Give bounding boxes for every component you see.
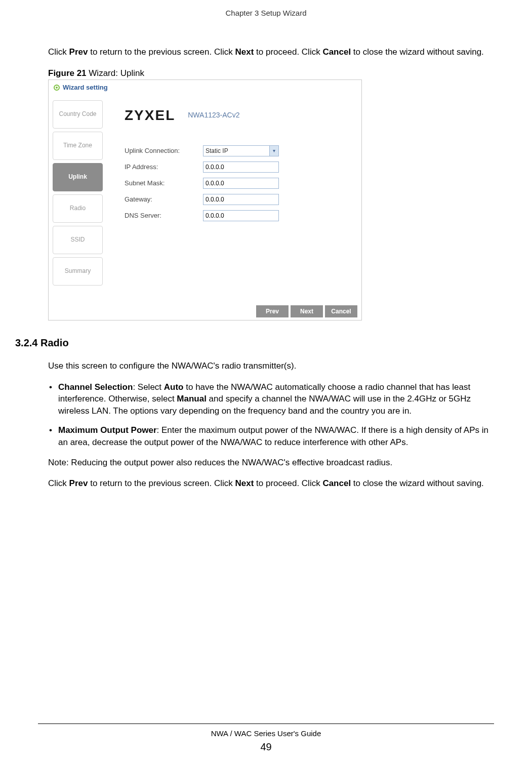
uplink-connection-label: Uplink Connection:	[125, 146, 203, 155]
section-heading-radio: 3.2.4 Radio	[15, 336, 494, 350]
bullet-bold: Maximum Output Power	[58, 425, 157, 435]
outro-paragraph: Click Prev to return to the previous scr…	[48, 477, 494, 490]
subnet-mask-label: Subnet Mask:	[125, 179, 203, 188]
dns-server-row: DNS Server:	[125, 210, 351, 221]
gateway-row: Gateway:	[125, 194, 351, 205]
dns-server-label: DNS Server:	[125, 211, 203, 220]
step-radio[interactable]: Radio	[53, 194, 103, 223]
subnet-mask-input[interactable]	[203, 178, 279, 189]
text: to proceed. Click	[254, 478, 322, 488]
bullet-list: Channel Selection: Select Auto to have t…	[48, 381, 494, 449]
ip-address-label: IP Address:	[125, 163, 203, 172]
wizard-screenshot: Wizard setting Country Code Time Zone Up…	[48, 79, 362, 320]
dns-server-input[interactable]	[203, 210, 279, 221]
intro-paragraph: Click Prev to return to the previous scr…	[48, 46, 494, 58]
text: Click	[48, 478, 69, 488]
text: to close the wizard without saving.	[351, 478, 484, 488]
bullet-max-output-power: Maximum Output Power: Enter the maximum …	[58, 424, 494, 449]
footer-guide-title: NWA / WAC Series User's Guide	[38, 723, 494, 739]
uplink-connection-row: Uplink Connection: Static IP ▾	[125, 145, 351, 156]
bullet-bold: Channel Selection	[58, 382, 133, 392]
step-time-zone[interactable]: Time Zone	[53, 132, 103, 160]
bullet-channel-selection: Channel Selection: Select Auto to have t…	[58, 381, 494, 417]
uplink-connection-select[interactable]: Static IP ▾	[203, 145, 279, 156]
prev-bold: Prev	[69, 47, 88, 57]
wizard-header: Wizard setting	[49, 80, 361, 95]
auto-bold: Auto	[164, 382, 184, 392]
page-header: Chapter 3 Setup Wizard	[0, 0, 532, 18]
figure-caption: Figure 21 Wizard: Uplink	[48, 67, 494, 79]
wizard-main: ZYXEL NWA1123-ACv2 Uplink Connection: St…	[107, 95, 361, 303]
wizard-bullet-icon	[54, 85, 60, 91]
text: to close the wizard without saving.	[351, 47, 484, 57]
gateway-label: Gateway:	[125, 195, 203, 204]
cancel-bold: Cancel	[322, 47, 351, 57]
wizard-footer: Prev Next Cancel	[49, 303, 361, 320]
subnet-mask-row: Subnet Mask:	[125, 178, 351, 189]
ip-address-input[interactable]	[203, 162, 279, 173]
next-bold: Next	[235, 478, 254, 488]
select-value: Static IP	[203, 147, 269, 155]
text: to return to the previous screen. Click	[88, 478, 235, 488]
model-label: NWA1123-ACv2	[188, 110, 239, 120]
manual-bold: Manual	[177, 394, 207, 404]
ip-address-row: IP Address:	[125, 162, 351, 173]
figure-number: Figure 21	[48, 68, 87, 78]
note-paragraph: Note: Reducing the output power also red…	[48, 457, 494, 469]
figure-title: Wizard: Uplink	[87, 68, 144, 78]
step-country-code[interactable]: Country Code	[53, 100, 103, 129]
prev-bold: Prev	[69, 478, 88, 488]
radio-intro: Use this screen to configure the NWA/WAC…	[48, 360, 494, 372]
text: to return to the previous screen. Click	[88, 47, 235, 57]
step-uplink[interactable]: Uplink	[53, 163, 103, 191]
brand-row: ZYXEL NWA1123-ACv2	[125, 105, 351, 125]
wizard-steps: Country Code Time Zone Uplink Radio SSID…	[49, 95, 107, 303]
text: : Select	[133, 382, 163, 392]
wizard-title: Wizard setting	[63, 83, 108, 92]
gateway-input[interactable]	[203, 194, 279, 205]
cancel-bold: Cancel	[322, 478, 351, 488]
cancel-button[interactable]: Cancel	[325, 305, 357, 317]
page-content: Click Prev to return to the previous scr…	[0, 18, 532, 490]
text: to proceed. Click	[254, 47, 322, 57]
wizard-body: Country Code Time Zone Uplink Radio SSID…	[49, 95, 361, 303]
step-summary[interactable]: Summary	[53, 257, 103, 286]
page-number: 49	[0, 740, 532, 754]
next-button[interactable]: Next	[291, 305, 323, 317]
next-bold: Next	[235, 47, 254, 57]
text: Click	[48, 47, 69, 57]
prev-button[interactable]: Prev	[256, 305, 289, 317]
chevron-down-icon: ▾	[269, 146, 278, 156]
step-ssid[interactable]: SSID	[53, 226, 103, 254]
zyxel-logo: ZYXEL	[125, 105, 175, 125]
